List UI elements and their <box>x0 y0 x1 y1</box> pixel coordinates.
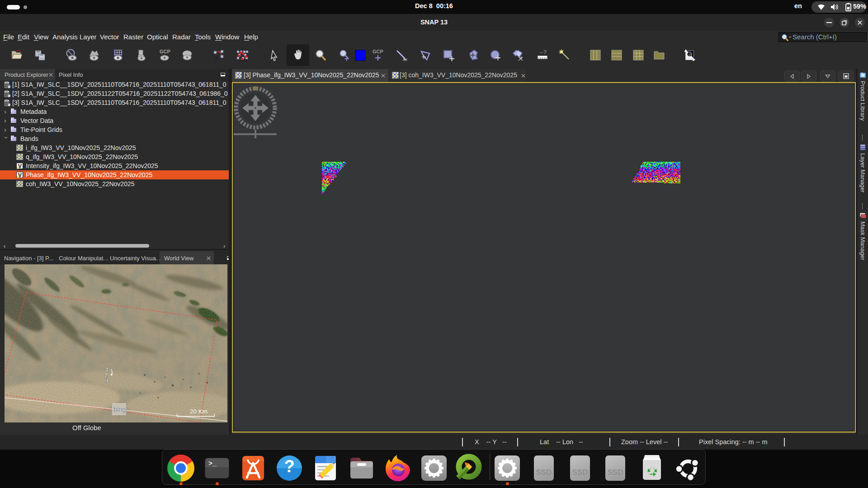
svg-text:20 Km: 20 Km <box>190 408 208 415</box>
svg-text:1: 1 <box>106 377 109 384</box>
svg-text:bing: bing <box>113 406 126 413</box>
svg-text:GCP: GCP <box>373 49 383 54</box>
svg-text:--?: --? <box>539 49 547 56</box>
svg-text:GCP: GCP <box>160 49 170 54</box>
